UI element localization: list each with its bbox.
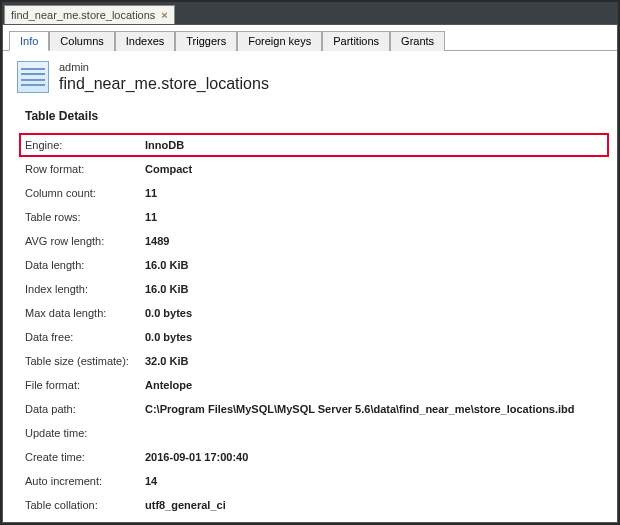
detail-row: Data length:16.0 KiB bbox=[19, 253, 609, 277]
detail-value: 16.0 KiB bbox=[145, 259, 603, 271]
detail-label: AVG row length: bbox=[25, 235, 145, 247]
detail-row: Auto increment:14 bbox=[19, 469, 609, 493]
detail-row: AVG row length:1489 bbox=[19, 229, 609, 253]
inner-tabs: InfoColumnsIndexesTriggersForeign keysPa… bbox=[3, 25, 617, 51]
detail-row: Row format:Compact bbox=[19, 157, 609, 181]
detail-label: Engine: bbox=[25, 139, 145, 151]
detail-label: Update time: bbox=[25, 427, 145, 439]
page-title: find_near_me.store_locations bbox=[59, 75, 269, 93]
detail-label: Table size (estimate): bbox=[25, 355, 145, 367]
detail-value: utf8_general_ci bbox=[145, 499, 603, 511]
detail-row: Table size (estimate):32.0 KiB bbox=[19, 349, 609, 373]
close-icon[interactable]: × bbox=[161, 9, 167, 21]
detail-label: Column count: bbox=[25, 187, 145, 199]
detail-value: InnoDB bbox=[145, 139, 603, 151]
detail-row: Data path:C:\Program Files\MySQL\MySQL S… bbox=[19, 397, 609, 421]
detail-row: Engine:InnoDB bbox=[19, 133, 609, 157]
owner-label: admin bbox=[59, 61, 269, 73]
file-tab[interactable]: find_near_me.store_locations × bbox=[4, 5, 175, 24]
tab-triggers[interactable]: Triggers bbox=[175, 31, 237, 51]
detail-value: 11 bbox=[145, 187, 603, 199]
detail-value: 0.0 bytes bbox=[145, 331, 603, 343]
details-list: Engine:InnoDBRow format:CompactColumn co… bbox=[3, 133, 617, 525]
detail-value: 11 bbox=[145, 211, 603, 223]
content-panel: InfoColumnsIndexesTriggersForeign keysPa… bbox=[2, 24, 618, 523]
header-text: admin find_near_me.store_locations bbox=[59, 61, 269, 93]
detail-value: 32.0 KiB bbox=[145, 355, 603, 367]
tab-columns[interactable]: Columns bbox=[49, 31, 114, 51]
detail-row: Update time: bbox=[19, 421, 609, 445]
detail-label: Row format: bbox=[25, 163, 145, 175]
detail-label: Max data length: bbox=[25, 307, 145, 319]
detail-row: Create time:2016-09-01 17:00:40 bbox=[19, 445, 609, 469]
tab-grants[interactable]: Grants bbox=[390, 31, 445, 51]
detail-row: Index length:16.0 KiB bbox=[19, 277, 609, 301]
detail-label: Table rows: bbox=[25, 211, 145, 223]
file-tab-label: find_near_me.store_locations bbox=[11, 9, 155, 21]
section-title: Table Details bbox=[3, 99, 617, 133]
detail-value: Antelope bbox=[145, 379, 603, 391]
detail-value: C:\Program Files\MySQL\MySQL Server 5.6\… bbox=[145, 403, 603, 415]
detail-row: Create options: bbox=[19, 517, 609, 525]
detail-value: Compact bbox=[145, 163, 603, 175]
detail-value: 2016-09-01 17:00:40 bbox=[145, 451, 603, 463]
header-row: admin find_near_me.store_locations bbox=[3, 51, 617, 99]
detail-row: Data free:0.0 bytes bbox=[19, 325, 609, 349]
detail-row: Max data length:0.0 bytes bbox=[19, 301, 609, 325]
detail-label: Data path: bbox=[25, 403, 145, 415]
detail-row: Table collation:utf8_general_ci bbox=[19, 493, 609, 517]
tab-indexes[interactable]: Indexes bbox=[115, 31, 176, 51]
tab-partitions[interactable]: Partitions bbox=[322, 31, 390, 51]
detail-label: Auto increment: bbox=[25, 475, 145, 487]
detail-label: Data free: bbox=[25, 331, 145, 343]
detail-value: 0.0 bytes bbox=[145, 307, 603, 319]
detail-row: Column count:11 bbox=[19, 181, 609, 205]
detail-label: File format: bbox=[25, 379, 145, 391]
detail-label: Index length: bbox=[25, 283, 145, 295]
detail-label: Data length: bbox=[25, 259, 145, 271]
tab-foreign-keys[interactable]: Foreign keys bbox=[237, 31, 322, 51]
window: find_near_me.store_locations × InfoColum… bbox=[0, 0, 620, 525]
tab-info[interactable]: Info bbox=[9, 31, 49, 51]
detail-row: File format:Antelope bbox=[19, 373, 609, 397]
detail-value bbox=[145, 427, 603, 439]
detail-row: Table rows:11 bbox=[19, 205, 609, 229]
detail-value: 14 bbox=[145, 475, 603, 487]
detail-label: Table collation: bbox=[25, 499, 145, 511]
detail-label: Create time: bbox=[25, 451, 145, 463]
table-icon bbox=[17, 61, 49, 93]
detail-value: 1489 bbox=[145, 235, 603, 247]
file-tab-bar: find_near_me.store_locations × bbox=[2, 2, 618, 24]
detail-value: 16.0 KiB bbox=[145, 283, 603, 295]
